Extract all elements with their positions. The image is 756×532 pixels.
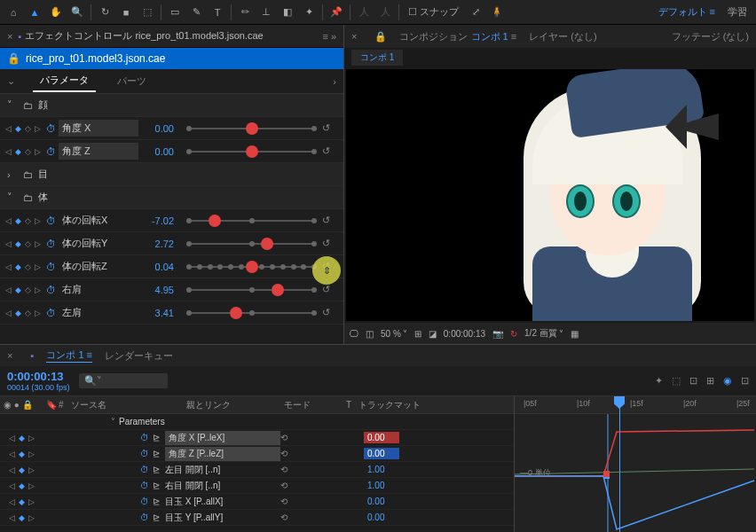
next-keyframe-icon[interactable]: ▷ <box>34 147 43 156</box>
timeline-param-row[interactable]: ◁ ◆ ▷ ⏱ ⊵ 左目 開閉 [..n] ⟲ 1.00 <box>0 462 514 478</box>
param-slider[interactable] <box>186 243 317 245</box>
pen-tool-icon[interactable]: ✎ <box>186 3 206 22</box>
marquee-tool-icon[interactable]: ⬚ <box>138 3 157 22</box>
home-icon[interactable]: ⌂ <box>4 3 23 22</box>
tl-icon[interactable]: ✦ <box>655 375 663 387</box>
tab-composition[interactable]: コンポジション コンポ 1 ≡ <box>399 30 516 43</box>
param-slider[interactable] <box>186 151 317 153</box>
timecode-display[interactable]: 0:00:00:13 <box>7 370 70 383</box>
param-slider[interactable] <box>186 266 317 268</box>
quality-dropdown[interactable]: 1/2 画質 ˅ <box>524 327 563 340</box>
panel-menu-icon[interactable]: ≡ » <box>322 31 336 42</box>
param-value[interactable]: 2.72 <box>140 239 179 249</box>
chevron-down-icon[interactable]: ˅ <box>7 192 18 203</box>
tab-layer[interactable]: レイヤー (なし) <box>529 30 596 43</box>
graph-icon[interactable]: ⊵ <box>153 449 165 458</box>
tl-icon[interactable]: ⊡ <box>741 375 749 387</box>
timeline-param-value[interactable]: 0.00 <box>364 496 399 507</box>
tab-parts[interactable]: パーツ <box>110 71 154 91</box>
timeline-graph-area[interactable]: |05f|10f|15f|20f|25f —0 単位 <box>515 396 756 532</box>
reset-icon[interactable]: ↺ <box>322 145 335 157</box>
stopwatch-icon[interactable]: ⏱ <box>44 215 57 226</box>
stopwatch-icon[interactable]: ⏱ <box>140 512 153 522</box>
lock-icon[interactable]: 🔒 <box>374 31 387 43</box>
stopwatch-icon[interactable]: ⏱ <box>44 123 57 134</box>
keyframe-icon[interactable]: ◆ <box>17 481 26 490</box>
timeline-param-value[interactable]: 0.00 <box>364 512 399 523</box>
timeline-param-value[interactable]: 1.00 <box>364 480 399 491</box>
text-tool-icon[interactable]: T <box>208 3 227 22</box>
puppet-icon[interactable]: 人 <box>354 3 374 22</box>
keyframe-icon[interactable]: ◆ <box>14 286 23 294</box>
prev-keyframe-icon[interactable]: ◁ <box>4 286 13 294</box>
link-icon[interactable]: ⟲ <box>280 512 293 522</box>
parameters-group-row[interactable]: ˅ Parameters <box>0 414 514 430</box>
keyframe-icon[interactable]: ◆ <box>17 513 26 522</box>
keyframe-outline-icon[interactable]: ◇ <box>24 239 33 248</box>
brush-tool-icon[interactable]: ✏ <box>235 3 255 22</box>
puppet2-icon[interactable]: 人 <box>375 3 395 22</box>
graph-icon[interactable]: ⊵ <box>153 465 165 474</box>
eraser-tool-icon[interactable]: ◧ <box>278 3 297 22</box>
timeline-param-value[interactable]: 0.00 <box>364 448 399 459</box>
param-slider[interactable] <box>186 289 317 291</box>
keyframe-icon[interactable]: ◆ <box>14 124 23 133</box>
prev-keyframe-icon[interactable]: ◁ <box>4 309 13 317</box>
rotate-tool-icon[interactable]: ↻ <box>95 3 114 22</box>
link-icon[interactable]: ⟲ <box>280 433 293 442</box>
graph-icon[interactable]: ⊵ <box>153 512 165 522</box>
refresh-icon[interactable]: ↻ <box>510 329 517 339</box>
graph-icon[interactable]: ⊵ <box>153 497 165 506</box>
keyframe-outline-icon[interactable]: ◇ <box>24 147 33 156</box>
keyframe-icon[interactable]: ◆ <box>14 262 23 271</box>
prev-keyframe-icon[interactable]: ◁ <box>7 434 16 442</box>
hand-tool-icon[interactable]: ✋ <box>46 3 66 22</box>
next-keyframe-icon[interactable]: ▷ <box>27 497 35 506</box>
keyframe-icon[interactable]: ◆ <box>17 497 26 506</box>
reset-icon[interactable]: ↺ <box>322 122 335 134</box>
reset-icon[interactable]: ↺ <box>322 307 335 318</box>
keyframe-icon[interactable]: ◆ <box>14 239 23 248</box>
snap-options-icon[interactable]: ⤢ <box>466 3 485 22</box>
vr-icon[interactable]: ◫ <box>366 329 374 339</box>
workspace-default[interactable]: デフォルト ≡ <box>653 5 721 19</box>
stopwatch-icon[interactable]: ⏱ <box>140 497 153 506</box>
snapshot-icon[interactable]: 📷 <box>492 329 503 339</box>
camera-tool-icon[interactable]: ■ <box>116 3 136 22</box>
tl-icon[interactable]: ◉ <box>723 375 732 387</box>
timeline-param-row[interactable]: ◁ ◆ ▷ ⏱ ⊵ 目玉 Y [P..allY] ⟲ 0.00 <box>0 510 514 526</box>
roto-tool-icon[interactable]: ✦ <box>299 3 319 22</box>
prev-keyframe-icon[interactable]: ◁ <box>4 262 13 271</box>
reset-icon[interactable]: ↺ <box>322 284 335 295</box>
graph-icon[interactable]: ⊵ <box>153 481 165 490</box>
chevron-down-icon[interactable]: ⌄ <box>7 75 15 87</box>
link-icon[interactable]: ⟲ <box>280 449 293 458</box>
lock-icon[interactable]: 🔒 <box>7 52 20 65</box>
grid-icon[interactable]: ⊞ <box>414 329 421 339</box>
close-icon[interactable]: × <box>351 31 357 42</box>
reset-icon[interactable]: ↺ <box>322 215 335 226</box>
effect-panel-tab[interactable]: × ▪ エフェクトコントロール rice_pro_t01.model3.json… <box>0 25 343 48</box>
chevron-right-icon[interactable]: › <box>7 169 18 180</box>
timeline-param-row[interactable]: ◁ ◆ ▷ ⏱ ⊵ 右目 開閉 [..n] ⟲ 1.00 <box>0 478 514 494</box>
stamp-tool-icon[interactable]: ⊥ <box>256 3 276 22</box>
view-icon[interactable]: ▦ <box>571 329 579 339</box>
param-value[interactable]: 4.95 <box>140 285 179 295</box>
timeline-param-value[interactable]: 1.00 <box>364 464 399 475</box>
pin-tool-icon[interactable]: 📌 <box>327 3 346 22</box>
tab-footage[interactable]: フッテージ (なし) <box>672 30 749 43</box>
prev-keyframe-icon[interactable]: ◁ <box>7 450 16 458</box>
stopwatch-icon[interactable]: ⏱ <box>44 262 57 272</box>
tab-parameters[interactable]: パラメータ <box>33 70 96 92</box>
tl-icon[interactable]: ⊞ <box>706 375 714 387</box>
stopwatch-icon[interactable]: ⏱ <box>44 285 57 295</box>
link-icon[interactable]: ⟲ <box>280 465 293 474</box>
timeline-param-value[interactable]: 0.00 <box>364 432 399 443</box>
close-icon[interactable]: × <box>7 31 12 42</box>
prev-keyframe-icon[interactable]: ◁ <box>4 216 13 225</box>
param-value[interactable]: 0.00 <box>140 123 179 134</box>
stopwatch-icon[interactable]: ⏱ <box>140 449 153 458</box>
stopwatch-icon[interactable]: ⏱ <box>140 465 153 474</box>
stopwatch-icon[interactable]: ⏱ <box>140 481 153 490</box>
keyframe-icon[interactable]: ◆ <box>17 466 26 474</box>
